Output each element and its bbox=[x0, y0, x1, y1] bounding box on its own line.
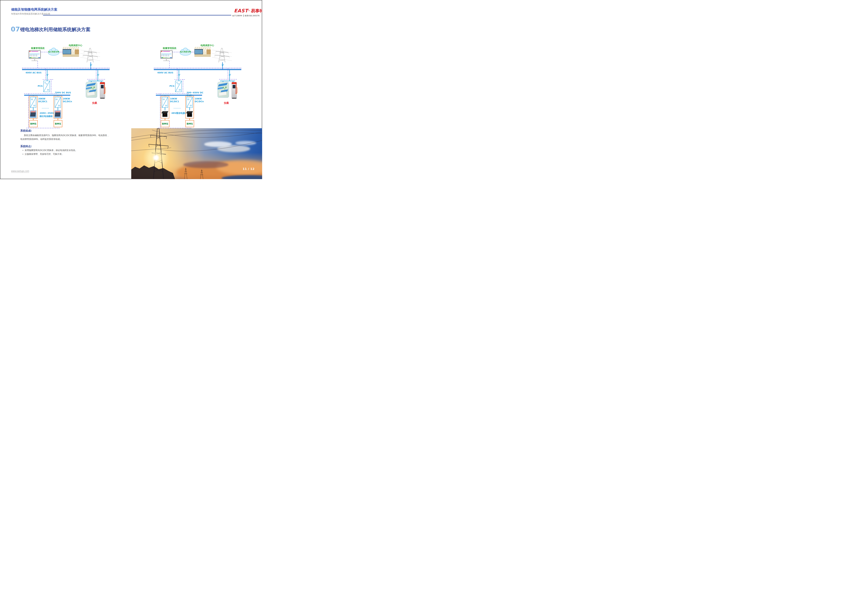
building-load-image bbox=[217, 82, 229, 98]
charger-screen bbox=[233, 85, 235, 88]
battery-cell-lines bbox=[55, 113, 60, 116]
room-video-wall bbox=[63, 49, 71, 55]
registered-mark: ® bbox=[248, 10, 250, 12]
pcs-label: PCS bbox=[38, 85, 43, 87]
ac-bus-bar bbox=[22, 69, 110, 70]
charger-stub-line bbox=[101, 81, 101, 82]
dashed-pcs-top bbox=[43, 79, 53, 80]
monitor-title-bar bbox=[163, 51, 170, 52]
charger-top-cap bbox=[100, 82, 105, 84]
monitor-title-bar bbox=[31, 51, 38, 52]
dashed-link-ems-bus bbox=[37, 61, 38, 68]
dispatch-center-label: 电网调度中心 bbox=[196, 44, 218, 47]
sunset-transmission-tower-photo bbox=[131, 128, 262, 179]
website-link[interactable]: www.eastups.com bbox=[11, 170, 29, 173]
power-network-label: 电力系统专网 bbox=[47, 50, 60, 53]
dashed-pcs-right bbox=[51, 79, 51, 94]
charger-base bbox=[100, 98, 104, 99]
dcdc-converter-icon bbox=[162, 97, 168, 108]
breaker-icon bbox=[89, 63, 92, 68]
bms-box: BMS bbox=[161, 120, 169, 127]
brochure-page: 储能及智能微电网系统解决方案 智慧城市和智慧能源系统解决方案供应商 EAST®易… bbox=[0, 0, 262, 179]
building-load-image bbox=[86, 82, 97, 98]
ellipsis-more-units: ...... bbox=[174, 106, 181, 109]
dashed-dc-comm-line bbox=[156, 94, 189, 94]
pcs-converter-icon bbox=[43, 81, 50, 92]
east-logo-text: EAST bbox=[234, 8, 248, 13]
page-number: 11 / 12 bbox=[243, 167, 255, 171]
monitor-scada-devices bbox=[30, 55, 38, 56]
bms-box: BMS bbox=[29, 120, 38, 127]
dispatch-room-photo bbox=[63, 47, 79, 57]
monitor-base bbox=[163, 60, 169, 61]
dcdc-converter-icon bbox=[186, 97, 193, 108]
battery-module-image bbox=[30, 110, 36, 118]
ac-bus-label: 400V AC BUS bbox=[25, 71, 42, 74]
dashed-enclosure-bottom bbox=[26, 128, 59, 128]
dispatch-room-photo bbox=[195, 47, 211, 57]
dashed-dc-comm-line bbox=[24, 94, 57, 94]
dc-bus-label: 500~650V DC BUS bbox=[187, 91, 208, 97]
charger-cable bbox=[104, 87, 106, 94]
ellipsis-more-units: ...... bbox=[42, 106, 49, 109]
logo-tagline: 始于1989年 ┃ 股票代码:300376 bbox=[232, 15, 260, 17]
feature-item: 采用隔离型双向DC/DC变换器，保证电池的安全性高。 bbox=[22, 149, 77, 152]
monitor-scada-busline bbox=[30, 54, 40, 54]
room-wood-wall bbox=[207, 49, 211, 55]
room-floor bbox=[195, 54, 211, 57]
battery-link-line bbox=[58, 107, 58, 110]
garden-trees bbox=[91, 86, 95, 90]
ac-bus-bar bbox=[154, 69, 241, 70]
room-floor bbox=[63, 54, 79, 57]
power-module-image bbox=[186, 110, 193, 118]
dcdc1-label: 10KWDC/DC1 bbox=[170, 97, 181, 103]
battery-cells-top bbox=[55, 111, 61, 113]
load-label: 负载 bbox=[223, 101, 230, 105]
ems-label: 能量管理系统 bbox=[26, 47, 50, 50]
ev-charger-image bbox=[100, 82, 105, 99]
room-wood-wall bbox=[75, 49, 79, 55]
garden-trees bbox=[222, 86, 227, 90]
dc-bus-bar bbox=[24, 95, 70, 96]
pcs-converter-icon bbox=[175, 81, 182, 92]
monitor-stand bbox=[166, 59, 167, 60]
monitor-stand bbox=[34, 59, 35, 60]
breaker-icon bbox=[46, 73, 49, 78]
charger-base bbox=[232, 98, 236, 99]
dashed-pcs-right bbox=[183, 79, 183, 94]
features-heading: 系统特点: bbox=[20, 145, 32, 148]
module-link-line bbox=[189, 107, 190, 110]
diagram-battery-storage-system: 能量管理系统 电力系统专网 电网调度中心 bbox=[21, 44, 111, 133]
monitor-toolbar bbox=[161, 57, 172, 58]
composition-heading: 系统组成: bbox=[20, 129, 32, 132]
monitor-base bbox=[31, 60, 38, 61]
dcdc-converter-icon bbox=[55, 97, 61, 108]
building-block bbox=[87, 92, 95, 96]
east-logo-chinese: 易事特 bbox=[251, 8, 262, 13]
dc-bus-label: 700V DC BUS bbox=[55, 91, 77, 94]
monitor-scada-busline bbox=[162, 54, 171, 54]
section-title: 锂电池梯次利用储能系统解决方案 bbox=[20, 27, 91, 33]
ac-bus-label: 400V AC BUS bbox=[157, 71, 173, 74]
dashed-link-cloud-dispatch bbox=[191, 52, 195, 52]
room-video-wall bbox=[195, 49, 203, 55]
transmission-tower-sketch bbox=[80, 48, 100, 62]
module-front bbox=[162, 113, 168, 117]
breaker-icon bbox=[221, 63, 224, 68]
building-block bbox=[218, 92, 227, 96]
video-wall-screens bbox=[63, 50, 71, 54]
photo-artwork bbox=[131, 128, 262, 179]
monitor-logo-mark bbox=[29, 51, 31, 52]
east-logo: EAST®易事特 bbox=[234, 8, 262, 14]
dashed-link-cloud-dispatch bbox=[59, 52, 63, 52]
charger-cable bbox=[235, 87, 238, 94]
charger-top-cap bbox=[232, 82, 236, 84]
battery-cell-lines bbox=[31, 113, 36, 116]
power-module-image bbox=[162, 110, 168, 118]
header-divider-line bbox=[43, 15, 231, 15]
video-wall-screens bbox=[195, 50, 202, 54]
dashed-enclosure-left bbox=[28, 94, 29, 128]
load-label: 负载 bbox=[91, 101, 98, 105]
dispatch-center-label: 电网调度中心 bbox=[64, 44, 87, 47]
section-number: 07 bbox=[11, 25, 20, 33]
